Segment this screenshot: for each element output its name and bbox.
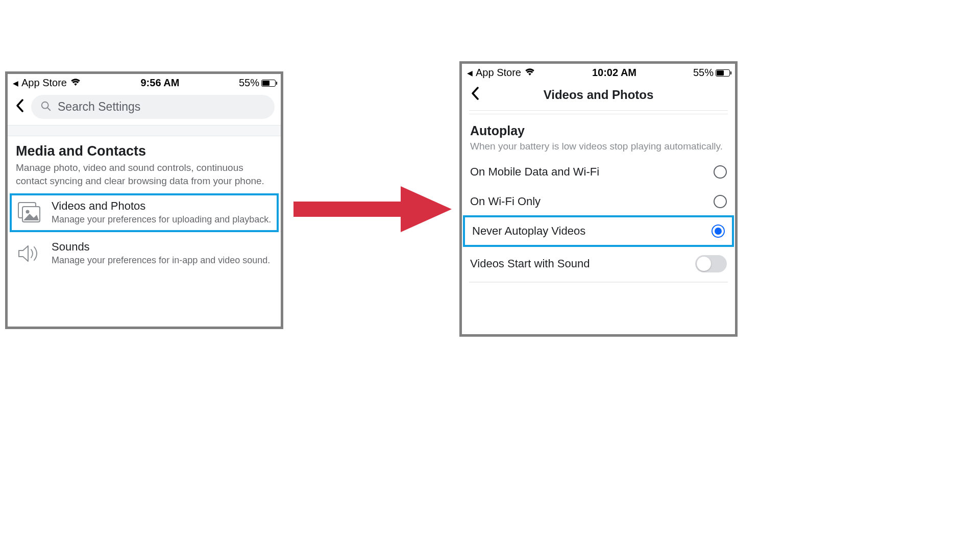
setting-item-title: Sounds <box>52 240 270 254</box>
back-to-app-arrow-icon[interactable]: ◀ <box>467 69 473 77</box>
toggle-videos-sound[interactable]: Videos Start with Sound <box>462 246 735 282</box>
option-label: On Wi-Fi Only <box>470 195 541 208</box>
back-to-app-label[interactable]: App Store <box>21 77 67 89</box>
page-title: Videos and Photos <box>544 88 654 102</box>
svg-line-1 <box>47 108 50 110</box>
setting-text: Videos and Photos Manage your preference… <box>52 199 271 226</box>
setting-item-desc: Manage your preferences for uploading an… <box>52 214 271 226</box>
setting-text: Sounds Manage your preferences for in-ap… <box>52 240 270 266</box>
group-title: Autoplay <box>470 123 727 138</box>
arrow-icon <box>288 179 457 240</box>
option-mobile-wifi[interactable]: On Mobile Data and Wi-Fi <box>462 157 735 187</box>
section-header: Media and Contacts Manage photo, video a… <box>8 136 281 192</box>
back-to-app-arrow-icon[interactable]: ◀ <box>13 79 18 87</box>
status-right: 55% <box>239 77 276 89</box>
autoplay-section-header: Autoplay When your battery is low videos… <box>462 114 735 157</box>
option-label: On Mobile Data and Wi-Fi <box>470 165 599 179</box>
group-description: When your battery is low videos stop pla… <box>470 140 727 153</box>
search-input[interactable]: Search Settings <box>31 95 275 119</box>
setting-item-videos-photos[interactable]: Videos and Photos Manage your preference… <box>10 193 279 232</box>
search-icon <box>40 101 52 114</box>
toggle-switch[interactable] <box>695 255 727 272</box>
search-header: Search Settings <box>8 91 281 125</box>
page-header: Videos and Photos <box>462 81 735 110</box>
videos-photos-screen-right: ◀ App Store 10:02 AM 55% Videos and Phot… <box>459 61 738 337</box>
option-never-autoplay[interactable]: Never Autoplay Videos <box>464 216 733 246</box>
battery-percent: 55% <box>239 77 259 89</box>
status-bar: ◀ App Store 10:02 AM 55% <box>462 64 735 81</box>
setting-item-title: Videos and Photos <box>52 199 271 213</box>
section-description: Manage photo, video and sound controls, … <box>16 161 273 187</box>
radio-selected-icon <box>712 224 725 238</box>
status-left: ◀ App Store <box>467 67 535 79</box>
toggle-label: Videos Start with Sound <box>470 257 590 270</box>
sound-icon <box>16 240 42 267</box>
battery-percent: 55% <box>693 67 714 79</box>
radio-icon <box>714 165 727 179</box>
svg-point-4 <box>26 210 30 214</box>
setting-item-desc: Manage your preferences for in-app and v… <box>52 255 270 266</box>
separator <box>469 282 728 283</box>
photos-icon <box>16 199 42 226</box>
option-label: Never Autoplay Videos <box>472 224 585 238</box>
status-right: 55% <box>693 67 730 79</box>
search-placeholder: Search Settings <box>58 100 140 114</box>
wifi-icon <box>524 67 535 78</box>
section-title: Media and Contacts <box>16 143 273 159</box>
status-bar: ◀ App Store 9:56 AM 55% <box>8 74 281 91</box>
back-button[interactable] <box>14 98 26 116</box>
battery-icon <box>716 69 730 77</box>
status-time: 10:02 AM <box>592 67 636 79</box>
option-wifi-only[interactable]: On Wi-Fi Only <box>462 187 735 216</box>
back-to-app-label[interactable]: App Store <box>476 67 521 79</box>
wifi-icon <box>70 78 81 88</box>
section-separator <box>8 125 281 136</box>
status-time: 9:56 AM <box>140 77 179 89</box>
settings-screen-left: ◀ App Store 9:56 AM 55% Search Settings … <box>5 71 283 329</box>
battery-icon <box>261 80 276 87</box>
setting-item-sounds[interactable]: Sounds Manage your preferences for in-ap… <box>8 233 281 274</box>
status-left: ◀ App Store <box>13 77 81 89</box>
radio-icon <box>714 195 727 208</box>
back-button[interactable] <box>469 86 481 104</box>
